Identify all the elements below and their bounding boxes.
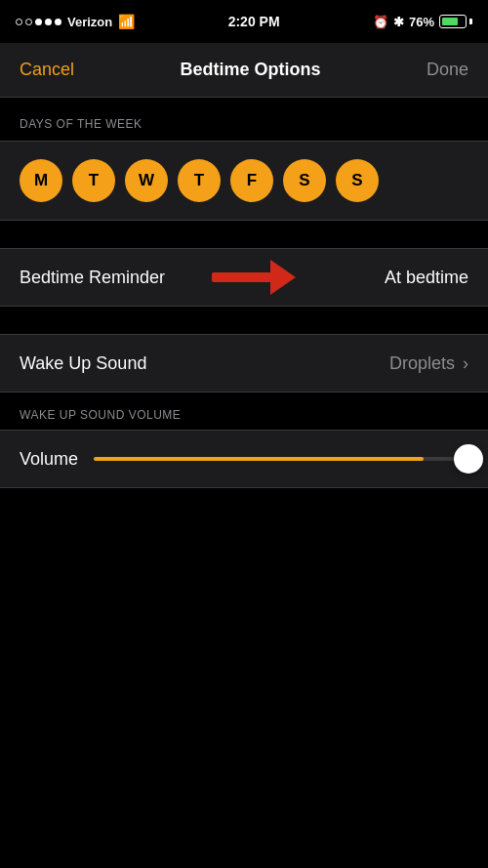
arrow-head bbox=[270, 260, 296, 295]
slider-section-header: WAKE UP SOUND VOLUME bbox=[0, 393, 488, 430]
battery-body bbox=[439, 15, 467, 28]
battery-percent: 76% bbox=[409, 15, 434, 29]
nav-bar: Cancel Bedtime Options Done bbox=[0, 43, 488, 98]
spacer-2 bbox=[0, 307, 488, 334]
signal-dot-5 bbox=[55, 19, 61, 25]
status-time: 2:20 PM bbox=[228, 14, 280, 29]
cancel-button[interactable]: Cancel bbox=[20, 60, 74, 80]
alarm-icon: ⏰ bbox=[373, 15, 388, 29]
battery-tip bbox=[469, 19, 472, 24]
signal-dot-1 bbox=[16, 19, 22, 25]
day-monday[interactable]: M bbox=[20, 159, 62, 202]
wifi-icon: 📶 bbox=[118, 14, 135, 29]
day-sunday[interactable]: S bbox=[336, 159, 379, 202]
days-row: M T W T F S S bbox=[0, 141, 488, 221]
chevron-right-icon: › bbox=[463, 353, 468, 374]
wake-up-sound-row[interactable]: Wake Up Sound Droplets › bbox=[0, 334, 488, 393]
volume-label: Volume bbox=[20, 449, 78, 470]
volume-slider-thumb[interactable] bbox=[454, 444, 483, 474]
bluetooth-icon: ✱ bbox=[393, 15, 404, 29]
wake-up-sound-value: Droplets bbox=[389, 353, 455, 374]
bedtime-reminder-value: At bedtime bbox=[385, 268, 468, 288]
volume-slider-fill bbox=[94, 457, 424, 461]
content: DAYS OF THE WEEK M T W T F S S Bedtime R… bbox=[0, 98, 488, 488]
day-wednesday[interactable]: W bbox=[125, 159, 168, 202]
signal-dot-3 bbox=[35, 19, 42, 25]
done-button[interactable]: Done bbox=[427, 60, 468, 80]
red-arrow-indicator bbox=[212, 260, 296, 295]
day-friday[interactable]: F bbox=[230, 159, 273, 202]
battery-fill bbox=[442, 18, 459, 25]
bedtime-reminder-row[interactable]: Bedtime Reminder At bedtime bbox=[0, 248, 488, 307]
bedtime-reminder-label: Bedtime Reminder bbox=[20, 268, 165, 288]
slider-section: WAKE UP SOUND VOLUME Volume bbox=[0, 393, 488, 488]
volume-slider-track[interactable] bbox=[94, 457, 468, 461]
bottom-area bbox=[0, 488, 488, 781]
signal-dot-4 bbox=[45, 19, 52, 25]
signal-dot-2 bbox=[25, 19, 32, 25]
day-thursday[interactable]: T bbox=[178, 159, 221, 202]
status-bar: Verizon 📶 2:20 PM ⏰ ✱ 76% bbox=[0, 0, 488, 43]
wake-up-sound-label: Wake Up Sound bbox=[20, 353, 146, 374]
days-section-header: DAYS OF THE WEEK bbox=[0, 117, 488, 141]
day-saturday[interactable]: S bbox=[283, 159, 326, 202]
day-tuesday[interactable]: T bbox=[72, 159, 115, 202]
spacer-1 bbox=[0, 221, 488, 248]
status-left: Verizon 📶 bbox=[16, 14, 135, 29]
page-title: Bedtime Options bbox=[180, 60, 320, 80]
signal-dots bbox=[16, 19, 61, 25]
battery-indicator bbox=[439, 15, 472, 28]
carrier-label: Verizon bbox=[67, 15, 112, 29]
status-right: ⏰ ✱ 76% bbox=[373, 15, 472, 29]
volume-slider-row: Volume bbox=[0, 430, 488, 488]
arrow-shaft bbox=[212, 272, 270, 282]
wake-up-sound-right: Droplets › bbox=[389, 353, 468, 374]
